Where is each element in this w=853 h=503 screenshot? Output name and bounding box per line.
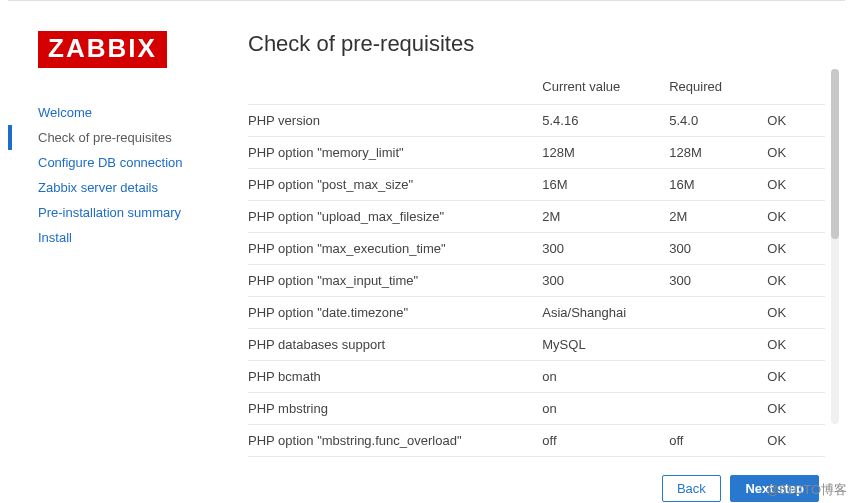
cell-name: PHP mbstring [248,393,542,425]
cell-status: OK [767,265,825,297]
cell-status: OK [767,201,825,233]
cell-status: OK [767,233,825,265]
cell-name: PHP option "date.timezone" [248,297,542,329]
nav-steps: Welcome Check of pre-requisites Configur… [38,100,248,250]
cell-name: PHP option "upload_max_filesize" [248,201,542,233]
table-row: PHP option "max_execution_time"300300OK [248,233,825,265]
cell-status: OK [767,105,825,137]
cell-current: on [542,361,669,393]
scrollbar[interactable] [831,69,839,424]
cell-name: PHP option "mbstring.func_overload" [248,425,542,457]
table-row: PHP mbstringonOK [248,393,825,425]
cell-name: PHP option "max_input_time" [248,265,542,297]
cell-required [669,329,767,361]
cell-required [669,297,767,329]
cell-required: 300 [669,265,767,297]
nav-item-install[interactable]: Install [38,225,248,250]
cell-required [669,361,767,393]
cell-status: OK [767,425,825,457]
prerequisites-table: Current value Required PHP version5.4.16… [248,69,825,457]
cell-required: 128M [669,137,767,169]
table-row: PHP bcmathonOK [248,361,825,393]
nav-item-prerequisites[interactable]: Check of pre-requisites [38,125,248,150]
table-row: PHP option "max_input_time"300300OK [248,265,825,297]
cell-current: 16M [542,169,669,201]
cell-required: 16M [669,169,767,201]
cell-current: MySQL [542,329,669,361]
table-row: PHP databases supportMySQLOK [248,329,825,361]
watermark: @51CTO博客 [766,481,847,499]
page-title: Check of pre-requisites [248,31,825,57]
nav-item-server[interactable]: Zabbix server details [38,175,248,200]
cell-current: 300 [542,233,669,265]
cell-status: OK [767,361,825,393]
back-button[interactable]: Back [662,475,721,502]
cell-name: PHP option "memory_limit" [248,137,542,169]
header-status [767,69,825,105]
header-name [248,69,542,105]
nav-item-summary[interactable]: Pre-installation summary [38,200,248,225]
cell-current: 5.4.16 [542,105,669,137]
logo: ZABBIX [38,31,167,68]
table-row: PHP version5.4.165.4.0OK [248,105,825,137]
table-row: PHP option "upload_max_filesize"2M2MOK [248,201,825,233]
header-current: Current value [542,69,669,105]
table-row: PHP option "date.timezone"Asia/ShanghaiO… [248,297,825,329]
cell-name: PHP databases support [248,329,542,361]
header-required: Required [669,69,767,105]
cell-name: PHP option "max_execution_time" [248,233,542,265]
cell-required: 2M [669,201,767,233]
cell-current: 2M [542,201,669,233]
table-row: PHP option "mbstring.func_overload"offof… [248,425,825,457]
cell-current: off [542,425,669,457]
cell-status: OK [767,137,825,169]
cell-current: Asia/Shanghai [542,297,669,329]
nav-item-db[interactable]: Configure DB connection [38,150,248,175]
nav-item-welcome[interactable]: Welcome [38,100,248,125]
table-row: PHP option "memory_limit"128M128MOK [248,137,825,169]
cell-current: 300 [542,265,669,297]
cell-name: PHP option "post_max_size" [248,169,542,201]
cell-status: OK [767,297,825,329]
cell-status: OK [767,169,825,201]
cell-required [669,393,767,425]
cell-name: PHP version [248,105,542,137]
cell-current: on [542,393,669,425]
scrollbar-thumb[interactable] [831,69,839,239]
cell-required: 5.4.0 [669,105,767,137]
cell-current: 128M [542,137,669,169]
cell-name: PHP bcmath [248,361,542,393]
table-row: PHP option "post_max_size"16M16MOK [248,169,825,201]
cell-required: 300 [669,233,767,265]
cell-status: OK [767,393,825,425]
cell-required: off [669,425,767,457]
cell-status: OK [767,329,825,361]
